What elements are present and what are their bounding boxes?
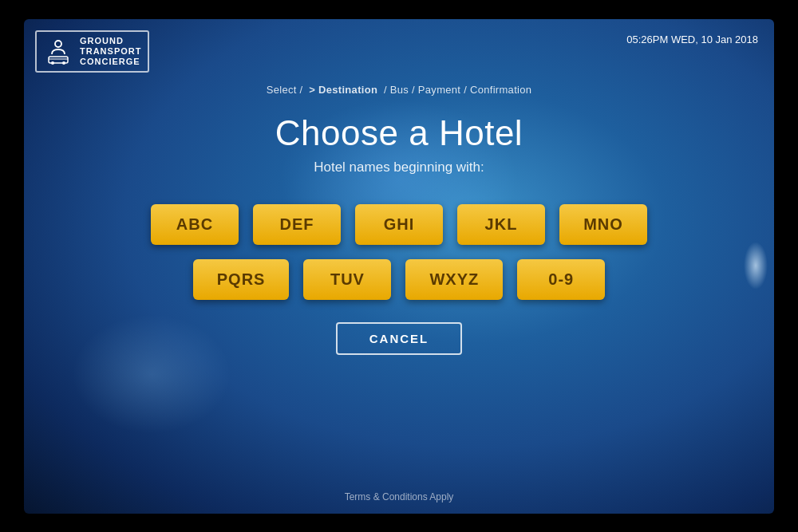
logo-line2: TRANSPORT (80, 46, 141, 57)
logo-text: GROUND TRANSPORT CONCIERGE (80, 36, 141, 68)
subtitle: Hotel names beginning with: (314, 160, 484, 175)
alpha-btn-pqrs[interactable]: PQRS (193, 259, 290, 300)
alpha-btn-abc[interactable]: ABC (151, 204, 239, 245)
alpha-btn-tuv[interactable]: TUV (303, 259, 391, 300)
alpha-btn-def[interactable]: DEF (253, 204, 341, 245)
breadcrumb: Select / > Destination / Bus / Payment /… (267, 84, 532, 96)
light-orb-right (744, 242, 768, 290)
footer-text: Terms & Conditions Apply (24, 491, 774, 502)
logo-line1: GROUND (80, 36, 141, 46)
alpha-btn-jkl[interactable]: JKL (457, 204, 545, 245)
logo-line3: CONCIERGE (80, 57, 141, 67)
logo: GROUND TRANSPORT CONCIERGE (35, 30, 149, 73)
main-screen: GROUND TRANSPORT CONCIERGE 05:26PM WED, … (24, 19, 774, 514)
logo-icon (43, 36, 73, 66)
alpha-btn-mno[interactable]: MNO (559, 204, 647, 245)
alpha-btn-ghi[interactable]: GHI (355, 204, 443, 245)
datetime: 05:26PM WED, 10 Jan 2018 (626, 30, 758, 45)
svg-point-3 (62, 61, 65, 65)
cancel-button[interactable]: CANCEL (336, 322, 463, 355)
svg-point-2 (51, 61, 54, 65)
alpha-btn-09[interactable]: 0-9 (517, 259, 605, 300)
alpha-btn-wxyz[interactable]: WXYZ (405, 259, 503, 300)
alpha-row-2: PQRS TUV WXYZ 0-9 (193, 259, 605, 300)
svg-point-0 (55, 41, 61, 47)
alpha-row-1: ABC DEF GHI JKL MNO (151, 204, 647, 245)
alpha-button-grid: ABC DEF GHI JKL MNO PQRS TUV WXYZ 0-9 (151, 204, 647, 300)
top-bar: GROUND TRANSPORT CONCIERGE 05:26PM WED, … (24, 19, 774, 73)
page-title: Choose a Hotel (275, 113, 523, 153)
